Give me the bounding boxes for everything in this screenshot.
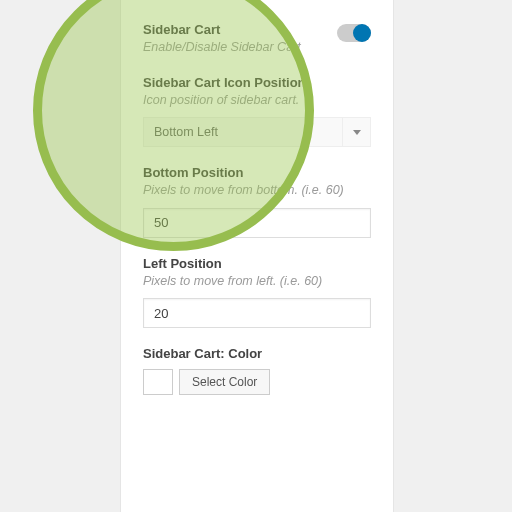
label-left-position: Left Position <box>143 256 371 271</box>
settings-panel: Sidebar Cart Enable/Disable Sidebar Cart… <box>120 0 394 512</box>
label-bottom-position: Bottom Position <box>143 165 371 180</box>
field-left-position: Left Position Pixels to move from left. … <box>143 256 371 329</box>
input-bottom-position[interactable] <box>143 208 371 238</box>
field-icon-position: Sidebar Cart Icon Position Icon position… <box>143 75 371 148</box>
color-swatch[interactable] <box>143 369 173 395</box>
field-bottom-position: Bottom Position Pixels to move from bott… <box>143 165 371 238</box>
chevron-down-icon <box>342 118 370 146</box>
field-sidebar-cart: Sidebar Cart Enable/Disable Sidebar Cart <box>143 22 371 57</box>
desc-left-position: Pixels to move from left. (i.e. 60) <box>143 273 371 291</box>
toggle-sidebar-cart[interactable] <box>337 24 371 42</box>
label-icon-position: Sidebar Cart Icon Position <box>143 75 371 90</box>
select-icon-position[interactable]: Bottom Left <box>143 117 371 147</box>
field-color: Sidebar Cart: Color Select Color <box>143 346 371 395</box>
select-value: Bottom Left <box>154 125 218 139</box>
input-left-position[interactable] <box>143 298 371 328</box>
select-color-button[interactable]: Select Color <box>179 369 270 395</box>
label-color: Sidebar Cart: Color <box>143 346 371 361</box>
desc-sidebar-cart: Enable/Disable Sidebar Cart <box>143 39 371 57</box>
desc-icon-position: Icon position of sidebar cart. <box>143 92 371 110</box>
desc-bottom-position: Pixels to move from bottom. (i.e. 60) <box>143 182 371 200</box>
toggle-knob <box>353 24 371 42</box>
